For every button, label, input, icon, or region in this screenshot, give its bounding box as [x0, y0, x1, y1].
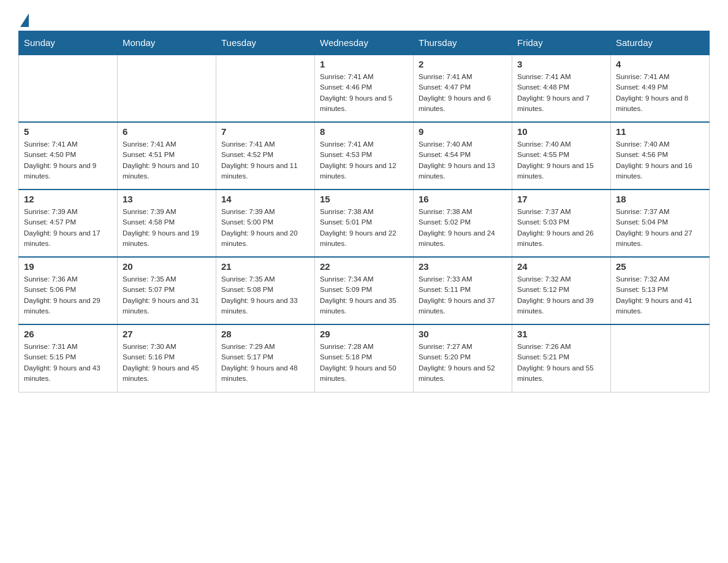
calendar-cell: 1Sunrise: 7:41 AM Sunset: 4:46 PM Daylig…: [315, 55, 414, 122]
day-number: 19: [24, 261, 112, 272]
calendar-cell: 30Sunrise: 7:27 AM Sunset: 5:20 PM Dayli…: [414, 324, 512, 392]
day-info: Sunrise: 7:40 AM Sunset: 4:56 PM Dayligh…: [616, 139, 704, 182]
day-number: 27: [123, 329, 211, 339]
day-number: 1: [320, 59, 408, 69]
day-number: 15: [320, 194, 408, 204]
day-info: Sunrise: 7:39 AM Sunset: 4:58 PM Dayligh…: [123, 207, 211, 249]
day-info: Sunrise: 7:35 AM Sunset: 5:07 PM Dayligh…: [123, 274, 211, 316]
day-info: Sunrise: 7:27 AM Sunset: 5:20 PM Dayligh…: [419, 342, 507, 384]
calendar-cell: 27Sunrise: 7:30 AM Sunset: 5:16 PM Dayli…: [118, 324, 216, 392]
logo: [18, 12, 29, 25]
day-info: Sunrise: 7:38 AM Sunset: 5:02 PM Dayligh…: [419, 207, 507, 249]
week-row-3: 12Sunrise: 7:39 AM Sunset: 4:57 PM Dayli…: [19, 190, 710, 257]
calendar-cell: 25Sunrise: 7:32 AM Sunset: 5:13 PM Dayli…: [611, 257, 710, 324]
day-info: Sunrise: 7:39 AM Sunset: 4:57 PM Dayligh…: [24, 207, 112, 249]
calendar-cell: 3Sunrise: 7:41 AM Sunset: 4:48 PM Daylig…: [512, 55, 611, 122]
day-number: 16: [419, 194, 507, 204]
calendar-cell: [611, 324, 710, 392]
day-number: 24: [517, 261, 605, 272]
calendar-cell: 9Sunrise: 7:40 AM Sunset: 4:54 PM Daylig…: [414, 122, 512, 190]
day-info: Sunrise: 7:32 AM Sunset: 5:12 PM Dayligh…: [517, 274, 605, 316]
day-info: Sunrise: 7:33 AM Sunset: 5:11 PM Dayligh…: [419, 274, 507, 316]
page-header: [18, 12, 710, 25]
day-number: 22: [320, 261, 408, 272]
week-row-1: 1Sunrise: 7:41 AM Sunset: 4:46 PM Daylig…: [19, 55, 710, 122]
day-number: 23: [419, 261, 507, 272]
day-number: 28: [221, 329, 309, 339]
calendar-cell: 24Sunrise: 7:32 AM Sunset: 5:12 PM Dayli…: [512, 257, 611, 324]
calendar-cell: 26Sunrise: 7:31 AM Sunset: 5:15 PM Dayli…: [19, 324, 118, 392]
day-number: 30: [419, 329, 507, 339]
calendar-cell: 29Sunrise: 7:28 AM Sunset: 5:18 PM Dayli…: [315, 324, 414, 392]
calendar-cell: 19Sunrise: 7:36 AM Sunset: 5:06 PM Dayli…: [19, 257, 118, 324]
calendar-cell: 6Sunrise: 7:41 AM Sunset: 4:51 PM Daylig…: [118, 122, 216, 190]
column-header-thursday: Thursday: [414, 31, 512, 55]
calendar-cell: 7Sunrise: 7:41 AM Sunset: 4:52 PM Daylig…: [216, 122, 315, 190]
calendar-cell: 22Sunrise: 7:34 AM Sunset: 5:09 PM Dayli…: [315, 257, 414, 324]
calendar-cell: 21Sunrise: 7:35 AM Sunset: 5:08 PM Dayli…: [216, 257, 315, 324]
day-number: 29: [320, 329, 408, 339]
day-info: Sunrise: 7:38 AM Sunset: 5:01 PM Dayligh…: [320, 207, 408, 249]
day-info: Sunrise: 7:35 AM Sunset: 5:08 PM Dayligh…: [221, 274, 309, 316]
day-number: 4: [616, 59, 704, 69]
day-number: 21: [221, 261, 309, 272]
calendar-cell: 13Sunrise: 7:39 AM Sunset: 4:58 PM Dayli…: [118, 190, 216, 257]
calendar-cell: [216, 55, 315, 122]
week-row-5: 26Sunrise: 7:31 AM Sunset: 5:15 PM Dayli…: [19, 324, 710, 392]
calendar-cell: 10Sunrise: 7:40 AM Sunset: 4:55 PM Dayli…: [512, 122, 611, 190]
day-number: 31: [517, 329, 605, 339]
calendar-cell: [19, 55, 118, 122]
day-info: Sunrise: 7:37 AM Sunset: 5:04 PM Dayligh…: [616, 207, 704, 249]
day-info: Sunrise: 7:29 AM Sunset: 5:17 PM Dayligh…: [221, 342, 309, 384]
column-header-sunday: Sunday: [19, 31, 118, 55]
day-info: Sunrise: 7:41 AM Sunset: 4:47 PM Dayligh…: [419, 72, 507, 114]
calendar-cell: 15Sunrise: 7:38 AM Sunset: 5:01 PM Dayli…: [315, 190, 414, 257]
column-header-tuesday: Tuesday: [216, 31, 315, 55]
calendar-cell: 12Sunrise: 7:39 AM Sunset: 4:57 PM Dayli…: [19, 190, 118, 257]
calendar-cell: 18Sunrise: 7:37 AM Sunset: 5:04 PM Dayli…: [611, 190, 710, 257]
calendar-cell: 2Sunrise: 7:41 AM Sunset: 4:47 PM Daylig…: [414, 55, 512, 122]
calendar-header-row: SundayMondayTuesdayWednesdayThursdayFrid…: [19, 31, 710, 55]
calendar-table: SundayMondayTuesdayWednesdayThursdayFrid…: [18, 31, 710, 393]
day-number: 17: [517, 194, 605, 204]
week-row-4: 19Sunrise: 7:36 AM Sunset: 5:06 PM Dayli…: [19, 257, 710, 324]
column-header-friday: Friday: [512, 31, 611, 55]
logo-triangle-icon: [20, 13, 29, 27]
day-info: Sunrise: 7:37 AM Sunset: 5:03 PM Dayligh…: [517, 207, 605, 249]
day-number: 11: [616, 126, 704, 137]
day-info: Sunrise: 7:41 AM Sunset: 4:49 PM Dayligh…: [616, 72, 704, 114]
week-row-2: 5Sunrise: 7:41 AM Sunset: 4:50 PM Daylig…: [19, 122, 710, 190]
day-info: Sunrise: 7:41 AM Sunset: 4:52 PM Dayligh…: [221, 139, 309, 182]
day-number: 12: [24, 194, 112, 204]
day-info: Sunrise: 7:40 AM Sunset: 4:54 PM Dayligh…: [419, 139, 507, 182]
day-info: Sunrise: 7:32 AM Sunset: 5:13 PM Dayligh…: [616, 274, 704, 316]
day-number: 25: [616, 261, 704, 272]
day-number: 26: [24, 329, 112, 339]
day-number: 13: [123, 194, 211, 204]
calendar-cell: 11Sunrise: 7:40 AM Sunset: 4:56 PM Dayli…: [611, 122, 710, 190]
day-info: Sunrise: 7:41 AM Sunset: 4:53 PM Dayligh…: [320, 139, 408, 182]
day-info: Sunrise: 7:39 AM Sunset: 5:00 PM Dayligh…: [221, 207, 309, 249]
calendar-cell: 4Sunrise: 7:41 AM Sunset: 4:49 PM Daylig…: [611, 55, 710, 122]
day-number: 2: [419, 59, 507, 69]
day-number: 3: [517, 59, 605, 69]
calendar-cell: 23Sunrise: 7:33 AM Sunset: 5:11 PM Dayli…: [414, 257, 512, 324]
day-number: 18: [616, 194, 704, 204]
day-number: 14: [221, 194, 309, 204]
day-info: Sunrise: 7:41 AM Sunset: 4:48 PM Dayligh…: [517, 72, 605, 114]
day-number: 6: [123, 126, 211, 137]
day-info: Sunrise: 7:34 AM Sunset: 5:09 PM Dayligh…: [320, 274, 408, 316]
day-info: Sunrise: 7:41 AM Sunset: 4:46 PM Dayligh…: [320, 72, 408, 114]
calendar-cell: 20Sunrise: 7:35 AM Sunset: 5:07 PM Dayli…: [118, 257, 216, 324]
day-number: 9: [419, 126, 507, 137]
calendar-cell: 8Sunrise: 7:41 AM Sunset: 4:53 PM Daylig…: [315, 122, 414, 190]
day-info: Sunrise: 7:30 AM Sunset: 5:16 PM Dayligh…: [123, 342, 211, 384]
calendar-cell: 5Sunrise: 7:41 AM Sunset: 4:50 PM Daylig…: [19, 122, 118, 190]
calendar-cell: 14Sunrise: 7:39 AM Sunset: 5:00 PM Dayli…: [216, 190, 315, 257]
day-number: 10: [517, 126, 605, 137]
day-info: Sunrise: 7:41 AM Sunset: 4:51 PM Dayligh…: [123, 139, 211, 182]
calendar-cell: 31Sunrise: 7:26 AM Sunset: 5:21 PM Dayli…: [512, 324, 611, 392]
day-info: Sunrise: 7:31 AM Sunset: 5:15 PM Dayligh…: [24, 342, 112, 384]
day-number: 7: [221, 126, 309, 137]
calendar-cell: 28Sunrise: 7:29 AM Sunset: 5:17 PM Dayli…: [216, 324, 315, 392]
